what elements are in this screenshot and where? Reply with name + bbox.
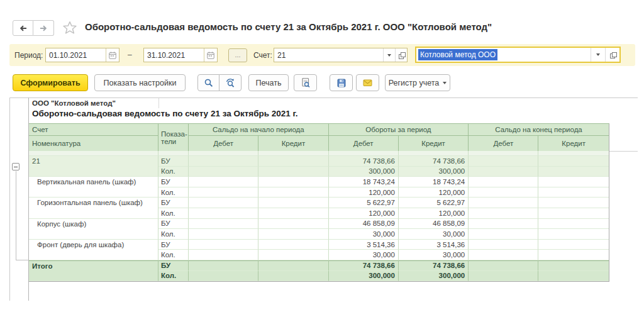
empty-cell[interactable]	[538, 198, 608, 208]
amount-cell[interactable]: 120,000	[329, 187, 399, 198]
empty-cell[interactable]	[189, 198, 258, 208]
empty-cell[interactable]	[469, 271, 538, 282]
empty-cell[interactable]	[258, 250, 328, 260]
empty-cell[interactable]	[469, 240, 538, 250]
empty-cell[interactable]	[189, 167, 258, 177]
nomenclature-cell[interactable]: Корпус (шкаф)	[29, 219, 158, 240]
print-preview-button[interactable]	[294, 74, 317, 91]
empty-cell[interactable]	[258, 156, 328, 167]
amount-cell[interactable]: 300,000	[399, 167, 469, 177]
account-input[interactable]	[274, 48, 383, 62]
nomenclature-cell[interactable]: Горизонтальная панель (шкаф)	[29, 198, 158, 218]
empty-cell[interactable]	[538, 177, 608, 187]
save-button[interactable]	[330, 74, 353, 91]
amount-cell[interactable]: 74 738,66	[329, 156, 399, 167]
calendar-button[interactable]	[204, 48, 217, 62]
empty-cell[interactable]	[538, 219, 608, 230]
indicator-cell[interactable]: БУ	[158, 240, 189, 250]
empty-cell[interactable]	[189, 229, 258, 240]
print-button[interactable]: Печать	[248, 74, 289, 91]
empty-cell[interactable]	[538, 167, 608, 177]
amount-cell[interactable]: 5 622,97	[399, 198, 469, 208]
empty-cell[interactable]	[189, 187, 258, 198]
back-button[interactable]	[13, 20, 33, 36]
empty-cell[interactable]	[189, 240, 258, 250]
indicator-cell[interactable]: Кол.	[158, 208, 189, 219]
empty-cell[interactable]	[538, 156, 608, 167]
account-dropdown-button[interactable]	[383, 48, 395, 62]
amount-cell[interactable]: 120,000	[399, 187, 469, 198]
period-from-input[interactable]	[46, 48, 106, 62]
empty-cell[interactable]	[189, 177, 258, 187]
indicator-cell[interactable]: БУ	[158, 156, 189, 167]
show-settings-button[interactable]: Показать настройки	[94, 74, 186, 91]
indicator-cell[interactable]: БУ	[158, 260, 189, 271]
empty-cell[interactable]	[538, 229, 608, 240]
amount-cell[interactable]: 300,000	[329, 271, 399, 282]
organization-dropdown-button[interactable]	[591, 48, 605, 62]
empty-cell[interactable]	[258, 167, 328, 177]
amount-cell[interactable]: 18 743,24	[399, 177, 469, 187]
empty-cell[interactable]	[538, 260, 608, 271]
indicator-cell[interactable]: Кол.	[158, 167, 189, 177]
amount-cell[interactable]: 300,000	[329, 167, 399, 177]
amount-cell[interactable]: 30,000	[329, 250, 399, 260]
favorite-star-icon[interactable]	[63, 21, 77, 36]
empty-cell[interactable]	[258, 187, 328, 198]
amount-cell[interactable]: 120,000	[329, 208, 399, 219]
empty-cell[interactable]	[469, 219, 538, 230]
empty-cell[interactable]	[258, 177, 328, 187]
empty-cell[interactable]	[469, 156, 538, 167]
amount-cell[interactable]: 18 743,24	[329, 177, 399, 187]
total-cell[interactable]: Итого	[29, 260, 158, 281]
account-cell[interactable]: 21	[29, 156, 158, 177]
account-openlist-button[interactable]	[395, 48, 407, 62]
calendar-button[interactable]	[106, 48, 119, 62]
empty-cell[interactable]	[469, 250, 538, 260]
period-more-button[interactable]: ...	[228, 48, 247, 62]
amount-cell[interactable]: 3 514,36	[399, 240, 469, 250]
empty-cell[interactable]	[469, 187, 538, 198]
empty-cell[interactable]	[258, 240, 328, 250]
amount-cell[interactable]: 5 622,97	[329, 198, 399, 208]
nomenclature-cell[interactable]: Фронт (дверь для шкафа)	[29, 240, 158, 260]
empty-cell[interactable]	[258, 208, 328, 219]
indicator-cell[interactable]: БУ	[158, 219, 189, 230]
empty-cell[interactable]	[258, 271, 328, 282]
amount-cell[interactable]: 46 858,09	[399, 219, 469, 230]
empty-cell[interactable]	[469, 198, 538, 208]
empty-cell[interactable]	[538, 187, 608, 198]
amount-cell[interactable]: 74 738,66	[329, 260, 399, 271]
find-button[interactable]	[197, 74, 219, 91]
indicator-cell[interactable]: Кол.	[158, 271, 189, 282]
empty-cell[interactable]	[538, 250, 608, 260]
collapse-group-button[interactable]	[12, 163, 19, 170]
empty-cell[interactable]	[538, 271, 608, 282]
amount-cell[interactable]: 3 514,36	[329, 240, 399, 250]
period-to-input[interactable]	[144, 48, 204, 62]
empty-cell[interactable]	[189, 156, 258, 167]
amount-cell[interactable]: 120,000	[399, 208, 469, 219]
indicator-cell[interactable]: Кол.	[158, 187, 189, 198]
empty-cell[interactable]	[258, 260, 328, 271]
indicator-cell[interactable]: БУ	[158, 177, 189, 187]
organization-openlist-button[interactable]	[605, 48, 619, 62]
empty-cell[interactable]	[469, 260, 538, 271]
send-email-button[interactable]	[356, 74, 379, 91]
register-menu-button[interactable]: Регистр учета	[385, 74, 450, 91]
amount-cell[interactable]: 30,000	[329, 229, 399, 240]
empty-cell[interactable]	[469, 229, 538, 240]
empty-cell[interactable]	[469, 177, 538, 187]
empty-cell[interactable]	[189, 250, 258, 260]
empty-cell[interactable]	[538, 240, 608, 250]
amount-cell[interactable]: 46 858,09	[329, 219, 399, 230]
empty-cell[interactable]	[189, 219, 258, 230]
amount-cell[interactable]: 30,000	[399, 250, 469, 260]
indicator-cell[interactable]: Кол.	[158, 250, 189, 260]
generate-button[interactable]: Сформировать	[13, 74, 88, 91]
organization-field[interactable]: Котловой метод ООО	[415, 47, 621, 63]
empty-cell[interactable]	[189, 271, 258, 282]
empty-cell[interactable]	[258, 198, 328, 208]
empty-cell[interactable]	[258, 219, 328, 230]
scrollbar-thumb[interactable]	[605, 151, 638, 152]
